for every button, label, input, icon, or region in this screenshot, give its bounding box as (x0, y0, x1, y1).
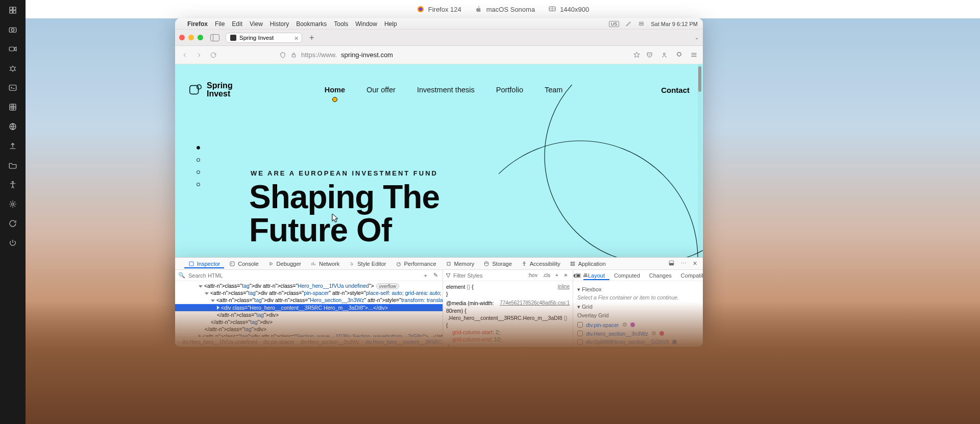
hov-toggle[interactable]: :hov (527, 272, 538, 278)
scrollbar-thumb[interactable] (698, 66, 701, 92)
cls-toggle[interactable]: .cls (542, 272, 551, 278)
menu-file[interactable]: File (215, 20, 225, 28)
input-language[interactable]: US (609, 21, 620, 27)
refresh-icon[interactable] (8, 218, 18, 229)
tab-accessibility[interactable]: Accessibility (517, 259, 565, 268)
terminal-icon[interactable] (8, 83, 18, 93)
gear-icon[interactable] (8, 199, 18, 209)
grid-overlay-item[interactable]: div.Hero_section__3n3Wz⚙ (577, 329, 703, 338)
extensions-icon[interactable] (675, 51, 683, 59)
css-rules[interactable]: element {} { inline} 774e562178526c48ad5… (443, 281, 573, 347)
clock[interactable]: Sat Mar 9 6:12 PM (651, 21, 698, 27)
address-field[interactable]: https://www.spring-invest.com (223, 51, 628, 59)
compat-tab[interactable]: Compatibility (676, 271, 703, 280)
menu-icon[interactable] (690, 51, 698, 59)
browser-tab[interactable]: Spring Invest ✕ (226, 33, 302, 43)
menu-edit[interactable]: Edit (232, 20, 242, 28)
control-center-icon[interactable] (638, 20, 645, 27)
dot-1[interactable] (197, 146, 200, 149)
window-controls (179, 35, 203, 40)
power-icon[interactable] (8, 238, 18, 248)
camera-icon[interactable] (8, 24, 18, 35)
video-icon[interactable] (8, 44, 18, 54)
tab-inspector[interactable]: Inspector (184, 259, 224, 268)
menu-view[interactable]: View (250, 20, 263, 28)
svg-point-8 (12, 203, 14, 206)
site-logo[interactable]: SpringInvest (188, 82, 233, 98)
flexbox-header[interactable]: Flexbox (582, 286, 602, 292)
pocket-icon[interactable] (646, 51, 653, 59)
filter-styles-input[interactable] (453, 272, 524, 279)
dom-tree[interactable]: <attr-n">class="tag">div attr-n">class="… (175, 281, 443, 337)
bookmark-star-icon[interactable] (633, 51, 641, 59)
html-pane: 🔍 + ✎ <attr-n">class="tag">div attr-n">c… (175, 270, 443, 347)
tab-console[interactable]: Console (225, 259, 262, 268)
menu-history[interactable]: History (270, 20, 289, 28)
tabs-dropdown-button[interactable]: ⌄ (695, 35, 699, 40)
upload-icon[interactable] (8, 141, 18, 151)
dot-2[interactable] (197, 158, 200, 162)
menu-window[interactable]: Window (355, 20, 377, 28)
home-icon[interactable] (8, 5, 18, 15)
minimize-window-button[interactable] (188, 35, 194, 40)
tab-close-button[interactable]: ✕ (294, 35, 299, 42)
menu-help[interactable]: Help (384, 20, 397, 28)
section-dots[interactable] (197, 146, 200, 186)
back-button[interactable] (180, 51, 189, 60)
html-search-input[interactable] (188, 272, 420, 279)
crumb[interactable]: div.pin-spacer (263, 339, 295, 345)
nav-home[interactable]: Home (325, 86, 345, 94)
tab-debugger[interactable]: Debugger (264, 259, 305, 268)
decorative-circles (499, 85, 703, 347)
add-node-button[interactable]: + (423, 272, 429, 279)
new-tab-button[interactable]: + (306, 33, 317, 42)
eyedropper-button[interactable]: ✎ (432, 272, 439, 279)
devtools-more-button[interactable]: ⋯ (678, 259, 689, 268)
app-name[interactable]: Firefox (187, 20, 208, 28)
pick-element-button[interactable] (178, 259, 183, 268)
boxmodel-icon[interactable]: ▣ (573, 270, 583, 280)
accessibility-icon[interactable] (8, 180, 18, 190)
light-scheme-button[interactable]: ☀ (562, 272, 569, 278)
menu-tools[interactable]: Tools (334, 20, 348, 28)
tab-performance[interactable]: Performance (391, 259, 440, 268)
changes-tab[interactable]: Changes (645, 271, 676, 280)
new-rule-button[interactable]: + (554, 272, 559, 278)
fullscreen-window-button[interactable] (198, 35, 203, 40)
nav-thesis[interactable]: Investment thesis (417, 86, 475, 94)
tab-network[interactable]: Network (306, 259, 344, 268)
svg-rect-27 (571, 262, 572, 263)
crumb[interactable]: div.Hero_hero__1fVUa.undefined (182, 339, 257, 345)
crumb[interactable]: div.Hero_hero__content__3R5RC.Hero_m__3a… (365, 339, 443, 345)
close-window-button[interactable] (179, 35, 185, 40)
nav-offer[interactable]: Our offer (366, 86, 396, 94)
grid-overlay-item[interactable]: div.pin-spacer⚙ (577, 320, 703, 329)
bug-icon[interactable] (8, 63, 18, 73)
tab-storage[interactable]: Storage (479, 259, 516, 268)
menu-bookmarks[interactable]: Bookmarks (296, 20, 327, 28)
breadcrumbs[interactable]: ‹ div.Hero_hero__1fVUa.undefined› div.pi… (175, 337, 443, 347)
grid-icon[interactable] (8, 102, 18, 112)
layout-tab[interactable]: Layout (583, 271, 609, 280)
tab-application[interactable]: Application (566, 259, 610, 268)
folder-icon[interactable] (8, 160, 18, 170)
devtools-dock-button[interactable] (666, 258, 677, 269)
account-icon[interactable] (660, 51, 668, 59)
sidebar-toggle-button[interactable] (210, 34, 219, 41)
grid-header[interactable]: Grid (582, 304, 593, 310)
dot-4[interactable] (197, 183, 200, 186)
reload-button[interactable] (209, 51, 218, 60)
pencil-icon[interactable] (625, 20, 632, 27)
tab-style-editor[interactable]: Style Editor (345, 259, 390, 268)
forward-button[interactable] (194, 51, 204, 60)
tree-line: <attr-n">class="tag">div attr-n">class="… (203, 333, 443, 337)
grid-overlay-item[interactable]: div.SplitWithIcon_section__GGhV8 (577, 338, 703, 346)
crumb-prev[interactable]: ‹ (178, 339, 180, 345)
globe-icon[interactable] (8, 121, 18, 132)
dot-3[interactable] (197, 170, 200, 174)
crumb[interactable]: div.Hero_section__3n3Wz (300, 339, 359, 345)
page-scrollbar[interactable] (698, 64, 702, 347)
computed-tab[interactable]: Computed (609, 271, 645, 280)
tab-memory[interactable]: Memory (442, 259, 479, 268)
devtools-close-button[interactable]: ✕ (690, 259, 700, 268)
